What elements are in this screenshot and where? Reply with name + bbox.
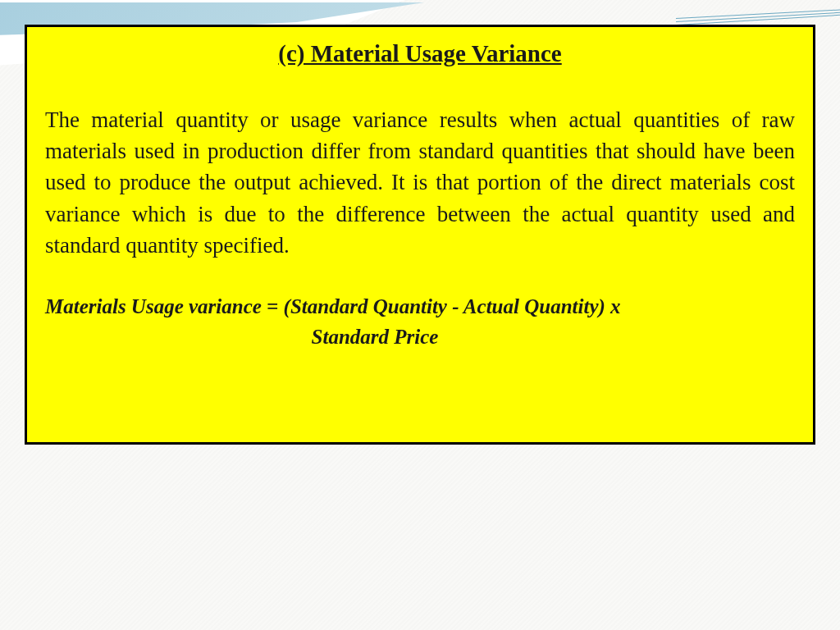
slide-heading: (c) Material Usage Variance xyxy=(45,39,795,70)
formula-line-1: Materials Usage variance = (Standard Qua… xyxy=(45,292,795,322)
content-box: (c) Material Usage Variance The material… xyxy=(25,25,815,445)
formula-block: Materials Usage variance = (Standard Qua… xyxy=(45,292,795,352)
slide-body-text: The material quantity or usage variance … xyxy=(45,104,795,262)
formula-line-2: Standard Price xyxy=(45,322,795,352)
